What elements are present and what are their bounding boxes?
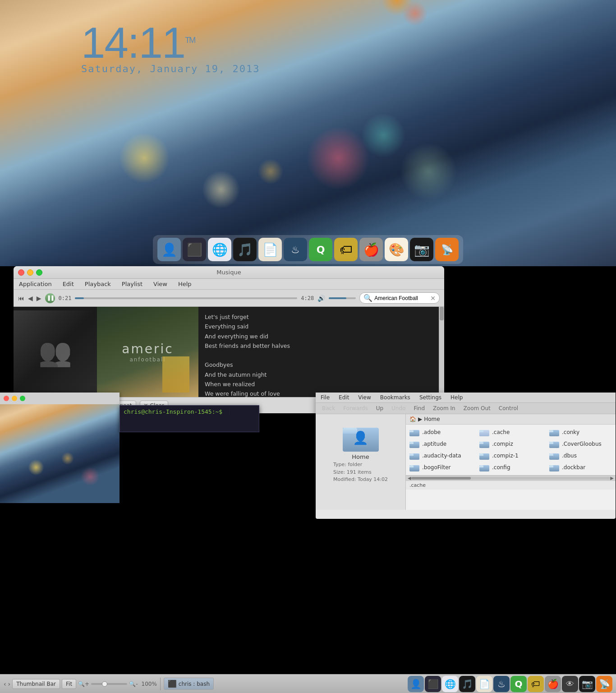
fm-menu-view[interactable]: View: [357, 394, 372, 401]
taskbar-easytag-icon[interactable]: 🏷: [528, 676, 544, 692]
musique-close-button[interactable]: [18, 269, 24, 276]
search-clear-button[interactable]: ✕: [430, 295, 436, 302]
fm-item-config[interactable]: .config: [476, 462, 546, 473]
dock-mac[interactable]: 🍎: [359, 238, 383, 261]
fm-item-dbus[interactable]: .dbus: [546, 450, 616, 462]
image-viewer-maximize-button[interactable]: [20, 396, 25, 401]
dock-chrome[interactable]: 🌐: [208, 238, 231, 261]
fm-undo-button[interactable]: Undo: [389, 405, 408, 412]
musique-maximize-button[interactable]: [36, 269, 42, 276]
fm-forward-button[interactable]: Forwards: [340, 405, 371, 412]
volume-bar[interactable]: [329, 297, 356, 299]
fit-button[interactable]: Fit: [62, 679, 76, 689]
dock-camera[interactable]: 📷: [410, 238, 433, 261]
fm-control-button[interactable]: Control: [496, 405, 521, 412]
filemanager-grid: .adobe .cache .conky .aptitude .compiz: [406, 425, 616, 475]
taskbar-steam-icon[interactable]: ♨: [493, 676, 510, 692]
scroll-left-icon[interactable]: ◀: [408, 476, 411, 480]
musique-menu-help[interactable]: Help: [176, 280, 193, 288]
play-next-button[interactable]: ▶: [37, 295, 41, 302]
zoom-out-button[interactable]: 🔍-: [129, 681, 138, 687]
fm-item-conky[interactable]: .conky: [546, 426, 616, 438]
item-name: .bogoFilter: [422, 464, 451, 471]
musique-menu-edit[interactable]: Edit: [61, 280, 76, 288]
fm-menu-settings[interactable]: Settings: [418, 394, 443, 401]
musique-menu-playlist[interactable]: Playlist: [120, 280, 144, 288]
fm-item-aptitude[interactable]: .aptitude: [406, 438, 476, 450]
dock-sound[interactable]: 🎵: [233, 238, 257, 261]
musique-menu-application[interactable]: Application: [17, 280, 54, 288]
fm-up-button[interactable]: Up: [373, 405, 386, 412]
taskbar-nav-right[interactable]: ›: [8, 680, 11, 688]
prev-track-button[interactable]: ⏮: [18, 295, 24, 302]
taskbar-qt-icon[interactable]: Q: [510, 676, 527, 692]
image-viewer-titlebar: [0, 393, 120, 404]
dock-terminal[interactable]: ⬛: [183, 238, 206, 261]
fm-item-compiz[interactable]: .compiz: [476, 438, 546, 450]
fm-back-button[interactable]: Back: [319, 405, 338, 412]
fm-menu-bookmarks[interactable]: Bookmarks: [379, 394, 412, 401]
fm-find-button[interactable]: Find: [411, 405, 428, 412]
taskbar-files-icon[interactable]: 📄: [476, 676, 492, 692]
dock-art[interactable]: 🎨: [385, 238, 408, 261]
scroll-right-icon[interactable]: ▶: [610, 476, 614, 480]
terminal-taskbar-button[interactable]: ⬛ chris : bash: [164, 678, 214, 690]
taskbar-mac-icon[interactable]: 🍎: [545, 676, 561, 692]
image-viewer-window: [0, 393, 120, 503]
musique-menu-view[interactable]: View: [152, 280, 169, 288]
musique-menu-playback[interactable]: Playback: [83, 280, 113, 288]
taskbar-terminal-icon[interactable]: ⬛: [425, 676, 441, 692]
dock-steam[interactable]: ♨: [284, 238, 307, 261]
clock-widget: 14:11TM Saturday, January 19, 2013: [81, 18, 260, 74]
dock-easytag[interactable]: 🏷: [334, 238, 358, 261]
taskbar-separator-1: [160, 678, 161, 690]
fm-zoom-in-button[interactable]: Zoom In: [430, 405, 458, 412]
taskbar-right: 👤 ⬛ 🌐 🎵 📄 ♨ Q 🏷 🍎 👁 📷 📡: [404, 676, 616, 692]
taskbar-nav-left[interactable]: ‹: [4, 680, 6, 688]
zoom-slider[interactable]: [91, 683, 127, 685]
taskbar-rss-icon[interactable]: 📡: [596, 676, 612, 692]
dock-contacts[interactable]: 👤: [157, 238, 181, 261]
thumbnail-bar-button[interactable]: Thumbnail Bar: [12, 679, 60, 689]
search-input[interactable]: [374, 295, 428, 301]
fm-item-covergloobus[interactable]: .CoverGloobus: [546, 438, 616, 450]
taskbar-camera-icon[interactable]: 📷: [579, 676, 595, 692]
zoom-in-button[interactable]: 🔍+: [78, 681, 89, 687]
play-prev-button[interactable]: ◀: [28, 295, 33, 302]
fm-menu-file[interactable]: File: [319, 394, 331, 401]
taskbar-chrome-icon[interactable]: 🌐: [442, 676, 458, 692]
folder-size: Size: 191 items: [333, 469, 388, 476]
fm-horizontal-scrollbar[interactable]: ◀ ▶: [406, 475, 616, 480]
album-title-art: americ: [122, 342, 173, 356]
progress-bar[interactable]: [75, 297, 297, 299]
fm-item-compiz1[interactable]: .compiz-1: [476, 450, 546, 462]
folder-modified: Modified: Today 14:02: [333, 476, 388, 484]
dock-files[interactable]: 📄: [258, 238, 282, 261]
taskbar-contacts-icon[interactable]: 👤: [408, 676, 424, 692]
fm-item-dockbar[interactable]: .dockbar: [546, 462, 616, 473]
fm-item-audacity[interactable]: .audacity-data: [406, 450, 476, 462]
band-photo-inner: [14, 310, 97, 394]
musique-titlebar: Musique: [14, 266, 444, 279]
musique-scrollbar[interactable]: [439, 307, 444, 397]
taskbar-eye-icon[interactable]: 👁: [562, 676, 578, 692]
folder-icon: 👤: [343, 422, 379, 452]
terminal-window[interactable]: chris@chris-Inspiron-1545:~$ █: [120, 405, 259, 432]
image-viewer-close-button[interactable]: [4, 396, 9, 401]
fm-item-adobe[interactable]: .adobe: [406, 426, 476, 438]
image-viewer-minimize-button[interactable]: [12, 396, 17, 401]
volume-icon: 🔊: [317, 295, 325, 302]
fm-item-cache[interactable]: .cache: [476, 426, 546, 438]
play-pause-button[interactable]: ▐▐: [45, 293, 55, 303]
dock-qt[interactable]: Q: [309, 238, 332, 261]
item-name: .config: [492, 464, 510, 471]
fm-item-bogofilter[interactable]: .bogoFilter: [406, 462, 476, 473]
fm-zoom-out-button[interactable]: Zoom Out: [461, 405, 493, 412]
dock-rss[interactable]: 📡: [435, 238, 459, 261]
musique-minimize-button[interactable]: [27, 269, 33, 276]
terminal-taskbar-icon: ⬛: [168, 679, 177, 688]
lyrics-line-3: And everything we did: [205, 332, 432, 341]
fm-menu-help[interactable]: Help: [449, 394, 464, 401]
taskbar-sound-icon[interactable]: 🎵: [459, 676, 475, 692]
fm-menu-edit[interactable]: Edit: [337, 394, 350, 401]
